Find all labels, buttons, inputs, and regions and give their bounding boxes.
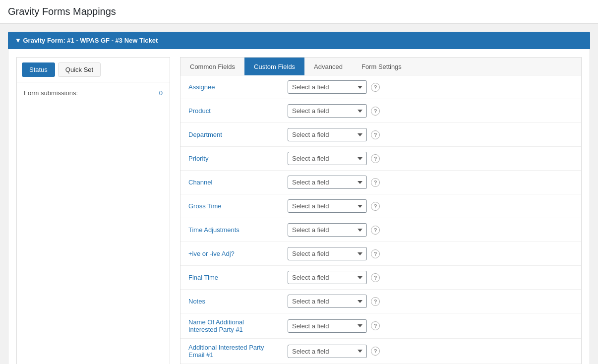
field-label-channel: Channel: [180, 171, 280, 194]
field-select-cell-department: Select a field?: [280, 123, 581, 147]
help-icon-adj[interactable]: ?: [371, 249, 380, 258]
help-icon-priority[interactable]: ?: [371, 154, 380, 163]
table-row: PrioritySelect a field?: [180, 147, 581, 171]
tabs-row: Common Fields Custom Fields Advanced For…: [180, 58, 581, 75]
accordion-header[interactable]: ▼ Gravity Form: #1 - WPAS GF - #3 New Ti…: [8, 32, 590, 49]
form-submissions-value: 0: [159, 89, 163, 97]
field-select-cell-assignee: Select a field?: [280, 75, 581, 99]
field-select-notes[interactable]: Select a field: [288, 295, 367, 308]
help-icon-final-time[interactable]: ?: [371, 273, 380, 282]
field-label-time-adjustments: Time Adjustments: [180, 218, 280, 242]
help-icon-product[interactable]: ?: [371, 107, 380, 116]
main-wrapper: ▼ Gravity Form: #1 - WPAS GF - #3 New Ti…: [0, 24, 598, 364]
field-select-assignee[interactable]: Select a field: [288, 80, 367, 94]
field-select-department[interactable]: Select a field: [288, 128, 367, 141]
field-label-final-time: Final Time: [180, 266, 280, 290]
help-icon-gross-time[interactable]: ?: [371, 202, 380, 211]
quick-set-button[interactable]: Quick Set: [58, 62, 101, 77]
help-icon-name-additional-1[interactable]: ?: [371, 321, 380, 330]
table-row: Name Of Additional Interested Party #1Se…: [180, 313, 581, 339]
field-select-final-time[interactable]: Select a field: [288, 271, 367, 284]
left-panel: Status Quick Set Form submissions: 0: [16, 57, 170, 364]
help-icon-email-additional-1[interactable]: ?: [371, 347, 380, 356]
field-select-channel[interactable]: Select a field: [288, 176, 367, 189]
field-select-cell-final-time: Select a field?: [280, 266, 581, 290]
table-row: Time AdjustmentsSelect a field?: [180, 218, 581, 242]
help-icon-assignee[interactable]: ?: [371, 83, 380, 92]
field-select-priority[interactable]: Select a field: [288, 152, 367, 165]
help-icon-time-adjustments[interactable]: ?: [371, 226, 380, 235]
page-title: Gravity Forms Mappings: [8, 6, 116, 17]
table-row: NotesSelect a field?: [180, 290, 581, 313]
table-row: Gross TimeSelect a field?: [180, 194, 581, 218]
right-panel: Common Fields Custom Fields Advanced For…: [180, 57, 582, 364]
fields-table: AssigneeSelect a field?ProductSelect a f…: [180, 75, 581, 364]
field-label-notes: Notes: [180, 290, 280, 313]
field-label-product: Product: [180, 99, 280, 123]
tab-common-fields[interactable]: Common Fields: [180, 58, 244, 75]
field-select-product[interactable]: Select a field: [288, 104, 367, 118]
help-icon-channel[interactable]: ?: [371, 178, 380, 187]
table-row: DepartmentSelect a field?: [180, 123, 581, 147]
field-label-gross-time: Gross Time: [180, 194, 280, 218]
field-select-email-additional-1[interactable]: Select a field: [288, 345, 367, 358]
tab-custom-fields[interactable]: Custom Fields: [244, 58, 304, 75]
tab-form-settings[interactable]: Form Settings: [352, 58, 411, 75]
help-icon-department[interactable]: ?: [371, 130, 380, 139]
field-label-assignee: Assignee: [180, 75, 280, 99]
status-button[interactable]: Status: [22, 62, 55, 77]
accordion-body: Status Quick Set Form submissions: 0 Com…: [8, 49, 590, 364]
accordion-title: ▼ Gravity Form: #1 - WPAS GF - #3 New Ti…: [15, 37, 158, 44]
table-row: ProductSelect a field?: [180, 99, 581, 123]
field-select-cell-notes: Select a field?: [280, 290, 581, 313]
table-row: Final TimeSelect a field?: [180, 266, 581, 290]
status-tab-row: Status Quick Set: [17, 58, 170, 82]
field-select-cell-channel: Select a field?: [280, 171, 581, 194]
left-panel-content: Form submissions: 0: [17, 82, 170, 108]
field-label-adj: +ive or -ive Adj?: [180, 242, 280, 266]
field-select-cell-product: Select a field?: [280, 99, 581, 123]
field-select-gross-time[interactable]: Select a field: [288, 199, 367, 213]
field-select-time-adjustments[interactable]: Select a field: [288, 223, 367, 237]
tab-advanced[interactable]: Advanced: [304, 58, 352, 75]
field-select-cell-email-additional-1: Select a field?: [280, 339, 581, 364]
field-select-name-additional-1[interactable]: Select a field: [288, 319, 367, 333]
field-label-department: Department: [180, 123, 280, 147]
fields-content-area: AssigneeSelect a field?ProductSelect a f…: [180, 75, 581, 364]
field-select-cell-adj: Select a field?: [280, 242, 581, 266]
help-icon-notes[interactable]: ?: [371, 297, 380, 306]
field-select-cell-priority: Select a field?: [280, 147, 581, 171]
form-submissions-label: Form submissions:: [24, 89, 78, 97]
table-row: +ive or -ive Adj?Select a field?: [180, 242, 581, 266]
table-row: Additional Interested Party Email #1Sele…: [180, 339, 581, 364]
field-select-cell-name-additional-1: Select a field?: [280, 313, 581, 339]
field-label-name-additional-1: Name Of Additional Interested Party #1: [180, 313, 280, 339]
field-select-cell-time-adjustments: Select a field?: [280, 218, 581, 242]
field-label-email-additional-1: Additional Interested Party Email #1: [180, 339, 280, 364]
field-label-priority: Priority: [180, 147, 280, 171]
table-row: AssigneeSelect a field?: [180, 75, 581, 99]
table-row: ChannelSelect a field?: [180, 171, 581, 194]
field-select-cell-gross-time: Select a field?: [280, 194, 581, 218]
form-submissions-row: Form submissions: 0: [24, 89, 163, 97]
field-select-adj[interactable]: Select a field: [288, 247, 367, 260]
page-header: Gravity Forms Mappings: [0, 0, 598, 24]
